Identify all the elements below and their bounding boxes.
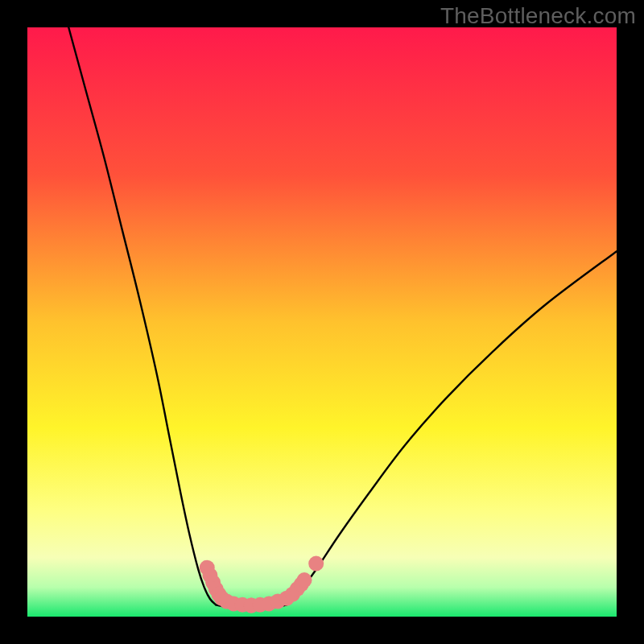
marker-point bbox=[297, 572, 312, 588]
chart-plot-area bbox=[27, 27, 617, 617]
chart-background bbox=[27, 27, 617, 617]
marker-point bbox=[308, 556, 324, 572]
watermark-label: TheBottleneck.com bbox=[440, 3, 636, 29]
chart-svg bbox=[27, 27, 617, 617]
chart-frame: TheBottleneck.com bbox=[0, 0, 644, 644]
